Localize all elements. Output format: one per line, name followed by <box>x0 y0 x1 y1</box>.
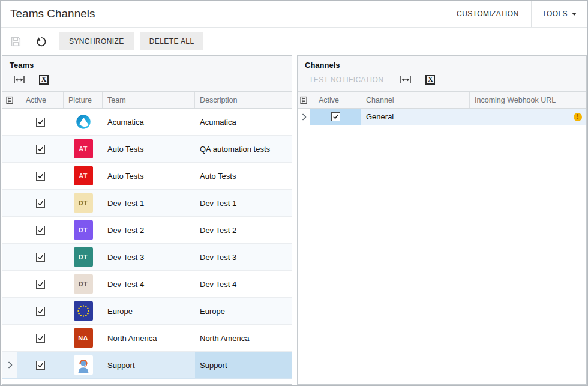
team-initials-avatar: AT <box>74 139 93 158</box>
team-name-cell[interactable]: Support <box>103 352 195 378</box>
team-description-cell[interactable]: Auto Tests <box>195 163 292 189</box>
active-checkbox[interactable] <box>36 118 45 127</box>
team-description-cell-focused[interactable]: Support <box>195 352 292 378</box>
channels-panel-caption: Channels <box>298 56 586 70</box>
team-description-cell[interactable]: Dev Test 3 <box>195 244 292 270</box>
teams-panel: Teams <box>2 55 292 385</box>
synchronize-button[interactable]: SYNCHRONIZE <box>59 32 134 50</box>
team-row[interactable]: Europe Europe <box>2 298 292 325</box>
column-header-description[interactable]: Description <box>195 92 292 108</box>
team-name-cell[interactable]: Acumatica <box>103 109 195 135</box>
row-selector-cell[interactable] <box>298 109 310 125</box>
team-name-cell[interactable]: Auto Tests <box>103 136 195 162</box>
team-name-cell[interactable]: Dev Test 2 <box>103 217 195 243</box>
customization-menu[interactable]: CUSTOMIZATION <box>445 1 530 27</box>
active-checkbox[interactable] <box>36 226 45 235</box>
team-row[interactable]: DT Dev Test 2 Dev Test 2 <box>2 217 292 244</box>
chevron-down-icon <box>572 13 577 16</box>
channels-grid-header: Active Channel Incoming Webhook URL <box>298 92 586 109</box>
channel-row-selected[interactable]: General <box>298 109 586 125</box>
channels-panel: Channels TEST NOTIFICATION <box>297 55 587 385</box>
team-initials-avatar: DT <box>74 274 93 294</box>
row-selector-cell[interactable] <box>2 325 17 351</box>
team-name-cell[interactable]: North America <box>103 325 195 351</box>
column-header-team[interactable]: Team <box>103 92 195 108</box>
row-selector-cell[interactable] <box>2 136 17 162</box>
delete-all-button[interactable]: DELETE ALL <box>140 32 204 50</box>
column-header-channel[interactable]: Channel <box>361 92 470 108</box>
row-selector-cell[interactable] <box>2 298 17 324</box>
column-header-active[interactable]: Active <box>17 92 64 108</box>
team-description-cell[interactable]: QA automation tests <box>195 136 292 162</box>
team-name-cell[interactable]: Dev Test 1 <box>103 190 195 216</box>
team-name-cell[interactable]: Europe <box>103 298 195 324</box>
row-selector-column-header[interactable] <box>2 92 17 108</box>
webhook-url-cell[interactable] <box>470 109 586 125</box>
team-row[interactable]: DT Dev Test 3 Dev Test 3 <box>2 244 292 271</box>
undo-arrow-icon <box>35 36 47 47</box>
team-description-cell[interactable]: Acumatica <box>195 109 292 135</box>
row-selector-cell[interactable] <box>2 109 17 135</box>
team-row[interactable]: AT Auto Tests Auto Tests <box>2 163 292 190</box>
active-checkbox[interactable] <box>36 307 45 316</box>
team-row[interactable]: Acumatica Acumatica <box>2 109 292 136</box>
channels-panel-header: Channels TEST NOTIFICATION <box>298 56 586 92</box>
tools-menu[interactable]: TOOLS <box>531 1 587 27</box>
teams-panel-caption: Teams <box>2 56 292 70</box>
row-selector-cell[interactable] <box>2 271 17 297</box>
active-checkbox[interactable] <box>36 334 45 343</box>
eu-flag-icon <box>74 301 93 321</box>
row-selector-cell[interactable] <box>2 217 17 243</box>
row-selector-cell[interactable] <box>2 190 17 216</box>
grid-settings-icon <box>6 96 13 104</box>
support-person-icon <box>74 355 93 375</box>
column-header-picture[interactable]: Picture <box>64 92 103 108</box>
team-description-cell[interactable]: Dev Test 2 <box>195 217 292 243</box>
save-icon[interactable] <box>10 36 22 47</box>
team-row[interactable]: DT Dev Test 1 Dev Test 1 <box>2 190 292 217</box>
column-header-webhook-url[interactable]: Incoming Webhook URL <box>470 92 586 108</box>
row-selector-cell[interactable] <box>2 244 17 270</box>
warning-icon[interactable] <box>574 113 582 121</box>
team-initials-avatar: AT <box>74 166 93 185</box>
team-row[interactable]: AT Auto Tests QA automation tests <box>2 136 292 163</box>
team-row[interactable]: NA North America North America <box>2 325 292 352</box>
team-description-cell[interactable]: Europe <box>195 298 292 324</box>
export-excel-icon[interactable] <box>425 75 435 85</box>
row-selector-cell[interactable] <box>2 163 17 189</box>
floppy-disk-icon <box>10 36 22 47</box>
team-initials-avatar: DT <box>74 247 93 267</box>
active-checkbox[interactable] <box>36 199 45 208</box>
page-title: Teams Channels <box>1 1 445 27</box>
undo-icon[interactable] <box>35 36 47 47</box>
row-selector-column-header[interactable] <box>298 92 310 108</box>
chevron-right-icon <box>8 361 13 369</box>
team-name-cell[interactable]: Dev Test 3 <box>103 244 195 270</box>
active-checkbox[interactable] <box>36 172 45 181</box>
row-selector-cell[interactable] <box>2 352 17 378</box>
fit-width-icon[interactable] <box>14 76 25 84</box>
team-row-selected[interactable]: Support Support <box>2 352 292 379</box>
team-description-cell[interactable]: Dev Test 4 <box>195 271 292 297</box>
team-name-cell[interactable]: Auto Tests <box>103 163 195 189</box>
active-checkbox[interactable] <box>36 361 45 370</box>
team-description-cell[interactable]: Dev Test 1 <box>195 190 292 216</box>
fit-width-icon[interactable] <box>400 76 411 84</box>
team-initials-avatar: DT <box>74 220 93 240</box>
team-initials-avatar: NA <box>74 328 93 348</box>
team-name-cell[interactable]: Dev Test 4 <box>103 271 195 297</box>
grid-settings-icon <box>300 96 307 104</box>
channel-name-cell[interactable]: General <box>361 109 470 125</box>
tools-menu-label: TOOLS <box>542 10 568 18</box>
active-checkbox[interactable] <box>36 253 45 262</box>
column-header-active[interactable]: Active <box>310 92 361 108</box>
active-checkbox[interactable] <box>36 145 45 154</box>
active-checkbox[interactable] <box>36 280 45 289</box>
team-description-cell[interactable]: North America <box>195 325 292 351</box>
teams-grid-header: Active Picture Team Description <box>2 92 292 109</box>
active-checkbox[interactable] <box>331 112 340 121</box>
chevron-right-icon <box>302 113 307 121</box>
export-excel-icon[interactable] <box>39 75 49 85</box>
test-notification-button[interactable]: TEST NOTIFICATION <box>309 76 383 84</box>
team-row[interactable]: DT Dev Test 4 Dev Test 4 <box>2 271 292 298</box>
